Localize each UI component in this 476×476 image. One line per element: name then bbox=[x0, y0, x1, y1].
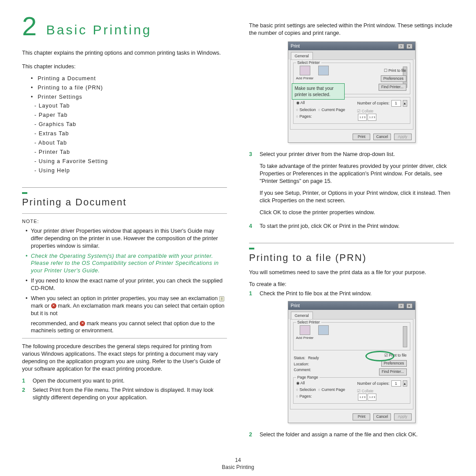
print-button[interactable]: Print bbox=[353, 134, 370, 140]
thin-rule bbox=[22, 213, 227, 214]
printer-icon bbox=[318, 66, 329, 75]
section-title-printing-document: Printing a Document bbox=[22, 196, 227, 209]
right-intro: The basic print settings are selected wi… bbox=[249, 22, 454, 37]
step-text: Select Print from the File menu. The Pri… bbox=[33, 387, 227, 402]
print-to-file-checkbox[interactable]: ☐ Print to file bbox=[384, 68, 406, 73]
step-text: To start the print job, click OK or Prin… bbox=[260, 223, 454, 230]
copies-label: Number of copies: bbox=[357, 100, 389, 106]
page-number: 14 bbox=[0, 457, 476, 464]
close-icon[interactable]: ✕ bbox=[406, 44, 413, 49]
step-text: To take advantage of the printer feature… bbox=[260, 163, 454, 185]
dialog-titlebar: Print ? ✕ bbox=[288, 301, 415, 310]
toc-item: Printing a Document bbox=[31, 75, 227, 82]
find-printer-button[interactable]: Find Printer... bbox=[379, 368, 407, 375]
toc-subitem: Printer Tab bbox=[34, 149, 227, 156]
copies-label: Number of copies: bbox=[357, 381, 389, 386]
group-label: Select Printer bbox=[296, 320, 321, 325]
thin-rule bbox=[22, 338, 227, 338]
toc-subitem: About Tab bbox=[34, 139, 227, 147]
divider bbox=[22, 187, 227, 188]
note-bullets: Your printer driver Properties window th… bbox=[22, 227, 227, 335]
dialog-title: Print bbox=[291, 303, 300, 309]
chapter-header: 2 Basic Printing bbox=[22, 13, 227, 40]
close-icon[interactable]: ✕ bbox=[406, 303, 413, 309]
section-title-printing-file: Printing to a file (PRN) bbox=[249, 251, 454, 264]
step-row: 2 Select the folder and assign a name of… bbox=[249, 431, 454, 439]
copies-input[interactable]: 1 bbox=[391, 380, 401, 387]
cancel-button[interactable]: Cancel bbox=[373, 134, 391, 140]
copies-input[interactable]: 1 bbox=[391, 100, 401, 106]
scrollbar[interactable] bbox=[403, 326, 407, 347]
section-accent-bar bbox=[22, 192, 27, 194]
note-label: NOTE: bbox=[22, 218, 227, 225]
note-bullet-text-b: mark or bbox=[31, 303, 51, 309]
note-bullet: When you select an option in printer pro… bbox=[26, 295, 227, 335]
group-label: Select Printer bbox=[296, 60, 321, 65]
note-bullet-text-a: When you select an option in printer pro… bbox=[31, 295, 219, 301]
toc-item: Printer Settings bbox=[31, 93, 227, 101]
print-to-file-checkbox[interactable]: ☑ Print to file bbox=[384, 353, 407, 358]
step-row: 1 Open the document you want to print. bbox=[22, 377, 227, 385]
exclamation-icon: ! bbox=[219, 296, 224, 301]
apply-button[interactable]: Apply bbox=[394, 413, 412, 420]
radio-all[interactable]: All bbox=[296, 100, 345, 105]
print-dialog-2: Print ? ✕ General Select Printer Add Pri… bbox=[288, 301, 416, 423]
print-button[interactable]: Print bbox=[353, 413, 370, 420]
preferences-button[interactable]: Preferences bbox=[381, 75, 406, 82]
toc-subitem: Graphics Tab bbox=[34, 121, 227, 128]
step-number: 4 bbox=[249, 223, 255, 230]
find-printer-button[interactable]: Find Printer... bbox=[379, 84, 406, 90]
cancel-button[interactable]: Cancel bbox=[373, 413, 391, 420]
step-text: Select the folder and assign a name of t… bbox=[260, 431, 454, 439]
preferences-button[interactable]: Preferences bbox=[381, 360, 407, 367]
section-accent-bar bbox=[249, 248, 254, 249]
note-bullet: Your printer driver Properties window th… bbox=[26, 227, 227, 250]
radio-selection[interactable]: Selection bbox=[296, 108, 316, 112]
group-page-range: All Selection Current Page Pages: Number… bbox=[293, 97, 410, 124]
note-bullet-text-d: recommended, and bbox=[31, 320, 80, 327]
step-text: Select your printer driver from the Name… bbox=[260, 151, 454, 158]
step-number: 2 bbox=[249, 431, 255, 439]
step-number: 1 bbox=[249, 290, 255, 298]
collate-checkbox[interactable]: ☑ Collate bbox=[357, 389, 373, 393]
step-number: 2 bbox=[22, 387, 28, 402]
help-icon[interactable]: ? bbox=[398, 44, 404, 49]
radio-current-page[interactable]: Current Page bbox=[318, 108, 345, 112]
group-select-printer: Select Printer Add Printer ☐ Print to fi… bbox=[293, 63, 410, 94]
radio-selection[interactable]: Selection bbox=[296, 387, 316, 392]
printer-item-selected[interactable] bbox=[318, 66, 329, 76]
add-printer-label: Add Printer bbox=[296, 76, 314, 81]
step-row: 3 Select your printer driver from the Na… bbox=[249, 151, 454, 220]
toc-sublist: Layout Tab Paper Tab Graphics Tab Extras… bbox=[22, 102, 227, 174]
radio-all[interactable]: All bbox=[296, 380, 345, 386]
spinner-buttons[interactable]: ▴ bbox=[403, 380, 407, 387]
printer-item[interactable] bbox=[318, 325, 329, 336]
add-printer-item[interactable]: Add Printer bbox=[296, 66, 314, 81]
group-page-range: Page Range All Selection Current Page Pa… bbox=[293, 377, 410, 404]
add-printer-label: Add Printer bbox=[296, 336, 314, 341]
comment-label: Comment: bbox=[294, 368, 311, 372]
spinner-buttons[interactable]: ▴ bbox=[403, 100, 407, 106]
add-printer-icon bbox=[300, 325, 310, 335]
dialog-title: Print bbox=[291, 43, 300, 49]
step-number: 1 bbox=[22, 377, 28, 385]
collate-checkbox[interactable]: ☑ Collate bbox=[357, 109, 373, 113]
radio-pages[interactable]: Pages: bbox=[296, 114, 345, 119]
add-printer-icon bbox=[300, 66, 310, 75]
chapter-intro: This chapter explains the printing optio… bbox=[22, 49, 227, 57]
apply-button[interactable]: Apply bbox=[394, 134, 412, 140]
includes-label: This chapter includes: bbox=[22, 63, 227, 71]
help-icon[interactable]: ? bbox=[398, 303, 404, 309]
step-text: Open the document you want to print. bbox=[33, 377, 227, 385]
toc-subitem: Paper Tab bbox=[34, 112, 227, 119]
radio-pages[interactable]: Pages: bbox=[296, 394, 345, 399]
tab-general[interactable]: General bbox=[291, 52, 313, 60]
note-bullet-compat: Check the Operating System(s) that are c… bbox=[26, 253, 227, 275]
tab-general[interactable]: General bbox=[291, 312, 313, 319]
radio-current-page[interactable]: Current Page bbox=[318, 387, 345, 392]
add-printer-item[interactable]: Add Printer bbox=[296, 325, 314, 341]
chapter-title: Basic Printing bbox=[46, 21, 152, 39]
blocked-icon: ✕ bbox=[80, 321, 85, 326]
group-select-printer: Select Printer Add Printer bbox=[293, 322, 410, 350]
printer-icon bbox=[318, 325, 329, 335]
